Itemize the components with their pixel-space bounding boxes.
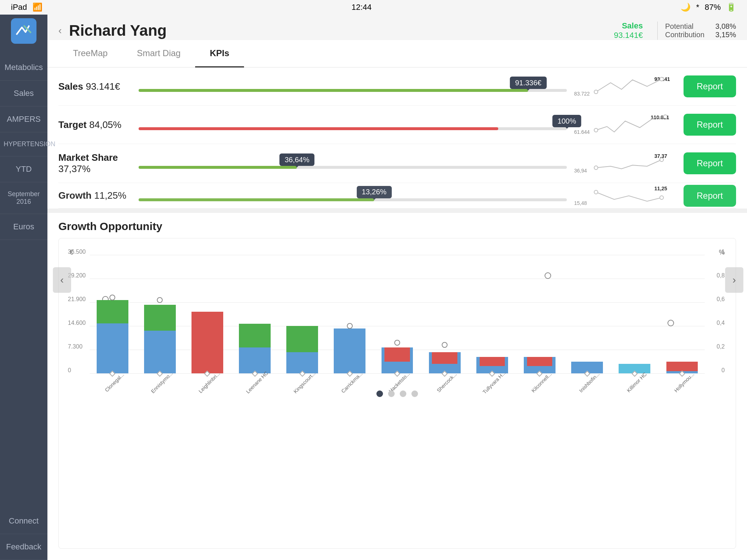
bar-leighlinbri: Leighlinbri...: [185, 255, 230, 373]
kpi-ms-report-button[interactable]: Report: [684, 152, 736, 174]
dot-2[interactable]: [388, 390, 395, 397]
kpi-sparkline-growth: 15,48 11,25: [574, 185, 676, 207]
bar-hollymou: Hollymou...: [659, 255, 705, 373]
bar-carrickma: Carrickma...: [327, 255, 372, 373]
kpi-bar-fill-ms: [139, 166, 297, 169]
dot-4[interactable]: [411, 390, 418, 397]
sidebar-item-euros[interactable]: Euros: [0, 214, 47, 240]
sidebar-item-hypertension[interactable]: HYPERTENSION: [0, 132, 47, 156]
time-label: 12:44: [352, 3, 372, 12]
bar-leenane-green: [239, 324, 271, 348]
dot-1[interactable]: [376, 390, 383, 397]
kpi-growth-bar: 13,26%: [139, 187, 567, 205]
header-sales-kpi: Sales 93.141€: [614, 21, 650, 40]
status-bar-left: iPad 📶: [11, 3, 42, 12]
tab-treemap[interactable]: TreeMap: [58, 40, 122, 67]
bar-killimor: Killimor HC: [612, 255, 657, 373]
sidebar-item-ampers[interactable]: AMPERS: [0, 106, 47, 132]
bar-kingscourt-green: [286, 326, 318, 352]
svg-point-4: [660, 77, 663, 81]
bars-container: Clonegal... Ennistymo...: [90, 255, 705, 373]
bar-clonegal-green: [97, 300, 128, 323]
bar-kilconnell-red: [527, 357, 553, 366]
bar-hacketsto-dot: [394, 340, 400, 346]
kpi-sales-report-button[interactable]: Report: [684, 75, 736, 97]
sidebar-item-sales[interactable]: Sales: [0, 81, 47, 106]
kpi-row-sales: Sales 93.141€ 91.336€ 83.722 93.141 Repo…: [58, 67, 736, 106]
grid-label-0: 0: [68, 367, 71, 374]
contribution-value: 3,15%: [715, 31, 736, 39]
header-right: Sales 93.141€ Potential 3,08% Contributi…: [614, 21, 736, 40]
svg-point-11: [594, 166, 598, 170]
kpi-growth-report-button[interactable]: Report: [684, 185, 736, 207]
bluetooth-icon: *: [696, 3, 699, 12]
kpi-row-target: Target 84,05% 100% 61.644 110.821 Report: [58, 106, 736, 144]
kpi-badge-growth: 13,26%: [357, 186, 392, 198]
tab-smartdiag[interactable]: Smart Diag: [122, 40, 195, 67]
sidebar-item-metabolics[interactable]: Metabolics: [0, 55, 47, 81]
grid-label-14600: 14.600: [68, 320, 86, 326]
bar-hacketsto-red: [384, 347, 410, 362]
sidebar-item-ytd[interactable]: YTD: [0, 156, 47, 182]
bar-kingscourt-blue: [286, 326, 318, 373]
nav-arrow-right[interactable]: ›: [725, 267, 743, 293]
kpi-row-growth: Growth 11,25% 13,26% 15,48 11,25 Report: [58, 183, 736, 209]
bar-clonegal: Clonegal...: [90, 255, 135, 373]
grid-label-r08: 0,8: [717, 272, 725, 279]
svg-point-15: [594, 190, 598, 194]
moon-icon: 🌙: [681, 3, 690, 12]
carrier-label: iPad: [11, 3, 27, 12]
bar-ennistymo-green: [144, 305, 176, 331]
svg-text:83.722: 83.722: [574, 91, 590, 97]
svg-point-8: [663, 115, 667, 118]
kpi-target-report-button[interactable]: Report: [684, 114, 736, 136]
svg-point-12: [660, 158, 663, 162]
back-button[interactable]: ‹: [58, 25, 62, 36]
battery-label: 87%: [705, 3, 721, 12]
page-title: Richard Yang: [69, 22, 167, 39]
svg-point-7: [594, 128, 598, 132]
svg-text:36,94: 36,94: [574, 168, 587, 174]
bar-leenane: Leenane HC: [232, 255, 277, 373]
kpi-badge-sales: 91.336€: [510, 77, 546, 89]
grid-label-r1: 1: [721, 249, 725, 255]
sales-value: 93.141€: [614, 31, 643, 40]
app-logo[interactable]: [11, 18, 36, 44]
kpi-sparkline-ms: 36,94 37,37: [574, 152, 676, 174]
sidebar-item-feedback[interactable]: Feedback: [0, 534, 47, 560]
kpi-marketshare-bar: 36,64%: [139, 154, 567, 172]
kpi-bar-fill-growth: [139, 198, 374, 201]
potential-label: Potential: [665, 22, 693, 31]
sidebar-item-september2016[interactable]: September 2016: [0, 182, 47, 214]
nav-arrow-left[interactable]: ‹: [53, 267, 71, 293]
kpi-target-bar: 100%: [139, 116, 567, 134]
kpi-bar-fill-sales: [139, 89, 528, 92]
sidebar-item-connect[interactable]: Connect: [0, 508, 47, 534]
wifi-icon: 📶: [32, 3, 42, 12]
status-bar-right: 🌙 * 87% 🔋: [681, 3, 736, 12]
kpi-bar-fill-target: [139, 127, 498, 130]
bar-ennistymo-dot: [157, 297, 163, 303]
tab-kpis[interactable]: KPIs: [195, 40, 244, 67]
dot-3[interactable]: [400, 390, 406, 397]
bar-tullyvara: Tullyvara H...: [469, 255, 515, 373]
grid-label-r0: 0: [721, 367, 725, 374]
content-wrapper: Sales 93.141€ 91.336€ 83.722 93.141 Repo…: [47, 67, 747, 560]
svg-text:11,25: 11,25: [654, 186, 667, 191]
bar-ennistymo-blue: [144, 305, 176, 374]
bar-carrickma-blue: [334, 328, 365, 374]
kpi-marketshare-name: Market Share 37,37%: [58, 152, 131, 175]
pagination-dots: [66, 390, 728, 397]
kpi-sparkline-target: 61.644 110.821: [574, 114, 676, 136]
growth-chart-wrapper: € % 36.500 1 29.200 0,8: [58, 238, 736, 549]
kpi-growth-name: Growth 11,25%: [58, 190, 131, 201]
kpi-sparkline-sales: 83.722 93.141: [574, 75, 676, 97]
sidebar: Metabolics Sales AMPERS HYPERTENSION YTD…: [0, 0, 47, 560]
svg-text:15,48: 15,48: [574, 200, 587, 206]
grid-label-7300: 7.300: [68, 343, 82, 350]
bar-clonegal-dot: [109, 295, 115, 300]
bar-shercock: Shercock...: [422, 255, 467, 373]
header-divider: [657, 22, 658, 40]
kpi-target-name: Target 84,05%: [58, 119, 131, 131]
tab-bar: TreeMap Smart Diag KPIs: [47, 40, 747, 67]
